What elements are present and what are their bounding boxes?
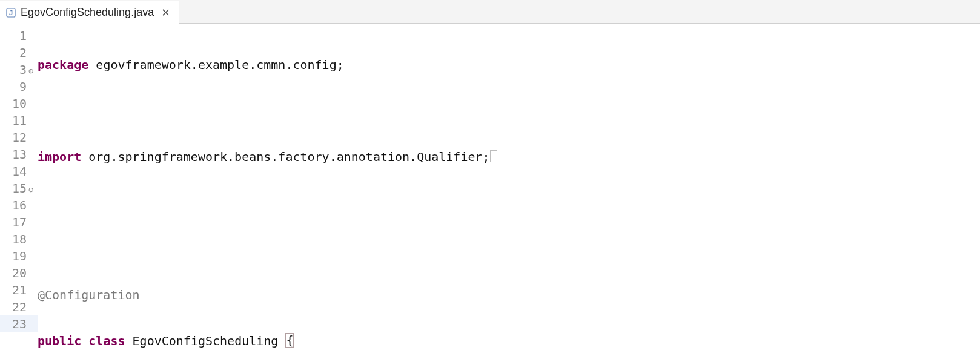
fold-marker[interactable] (27, 265, 38, 282)
fold-marker[interactable] (27, 129, 38, 146)
code-line[interactable] (38, 194, 980, 211)
code-line[interactable] (38, 240, 980, 257)
line-number: 10 (0, 95, 27, 112)
java-file-icon: J (6, 8, 16, 18)
line-number: 15 (0, 180, 27, 197)
line-number: 20 (0, 265, 27, 282)
code-area[interactable]: 1 2 3 9 10 11 12 13 14 15 16 17 18 19 20… (0, 24, 980, 353)
fold-marker[interactable] (27, 112, 38, 129)
svg-text:J: J (9, 9, 13, 16)
fold-marker[interactable] (27, 146, 38, 163)
line-number: 22 (0, 299, 27, 315)
line-number: 17 (0, 214, 27, 231)
line-number: 3 (0, 61, 27, 78)
code-line[interactable]: import org.springframework.beans.factory… (38, 148, 980, 165)
code-editor: J EgovConfigScheduling.java ✕ 1 2 3 9 10… (0, 0, 980, 353)
line-number: 11 (0, 112, 27, 129)
brace-highlight: { (285, 333, 294, 348)
code-line[interactable]: public class EgovConfigScheduling { (38, 332, 980, 349)
line-number: 21 (0, 282, 27, 299)
fold-gutter: ⊕ ⊖ (27, 27, 38, 353)
line-number: 14 (0, 163, 27, 180)
fold-marker[interactable] (27, 95, 38, 112)
line-number: 12 (0, 129, 27, 146)
line-number: 1 (0, 27, 27, 44)
fold-marker[interactable] (27, 231, 38, 248)
fold-marker[interactable]: ⊖ (27, 180, 38, 197)
fold-marker[interactable] (27, 299, 38, 315)
fold-marker[interactable] (27, 163, 38, 180)
fold-marker[interactable] (27, 27, 38, 44)
line-number: 2 (0, 44, 27, 61)
fold-marker[interactable] (27, 197, 38, 214)
tab-filename: EgovConfigScheduling.java (21, 6, 154, 19)
source-code[interactable]: package egovframework.example.cmmn.confi… (38, 27, 980, 353)
fold-marker[interactable] (27, 248, 38, 265)
fold-marker[interactable] (27, 214, 38, 231)
fold-marker[interactable] (27, 315, 38, 332)
tab-bar: J EgovConfigScheduling.java ✕ (0, 0, 980, 24)
line-number-gutter: 1 2 3 9 10 11 12 13 14 15 16 17 18 19 20… (0, 27, 27, 353)
code-line[interactable]: package egovframework.example.cmmn.confi… (38, 56, 980, 73)
line-number: 19 (0, 248, 27, 265)
line-number: 13 (0, 146, 27, 163)
fold-marker[interactable]: ⊕ (27, 61, 38, 78)
line-number: 9 (0, 78, 27, 95)
code-line[interactable]: @Configuration (38, 286, 980, 303)
editor-tab[interactable]: J EgovConfigScheduling.java ✕ (0, 1, 179, 24)
code-line[interactable] (38, 102, 980, 119)
line-number: 18 (0, 231, 27, 248)
fold-marker[interactable] (27, 78, 38, 95)
close-icon[interactable]: ✕ (161, 6, 170, 19)
line-number: 23 (0, 315, 27, 332)
line-number: 16 (0, 197, 27, 214)
folded-marker-icon (490, 150, 497, 162)
fold-marker[interactable] (27, 282, 38, 299)
fold-marker[interactable] (27, 44, 38, 61)
